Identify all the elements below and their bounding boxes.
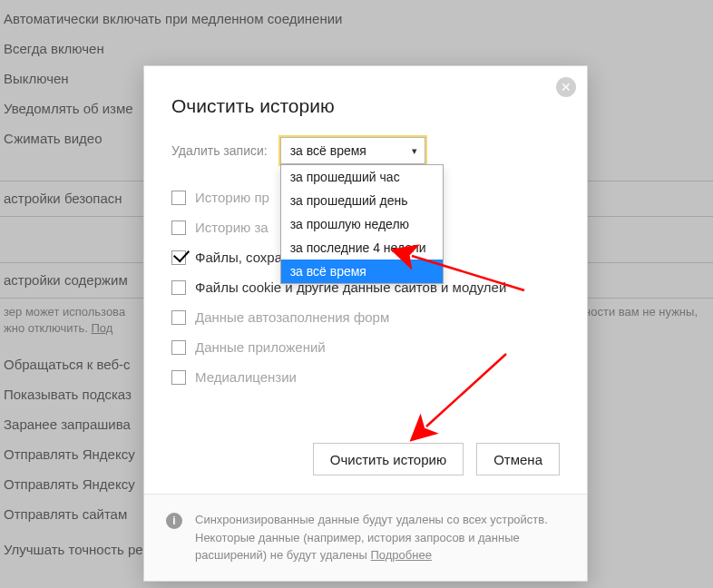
checkbox-checked[interactable]: [171, 250, 186, 265]
dropdown-option-selected[interactable]: за всё время: [281, 260, 443, 283]
footer-text: Синхронизированные данные будут удалены …: [195, 511, 565, 564]
checkbox-label: Медиалицензии: [195, 369, 297, 385]
checkbox-label: Данные автозаполнения форм: [195, 309, 389, 325]
info-icon: i: [166, 513, 182, 529]
checkbox-label: Данные приложений: [195, 339, 326, 355]
footer-line: Некоторые данные (например, история запр…: [195, 531, 520, 563]
footer-more-link[interactable]: Подробнее: [371, 548, 432, 562]
cancel-button[interactable]: Отмена: [476, 443, 560, 475]
checkbox[interactable]: [171, 280, 186, 295]
check-row: Медиалицензии: [171, 362, 560, 392]
footer-line: Синхронизированные данные будут удалены …: [195, 513, 548, 526]
dropdown-option[interactable]: за прошлую неделю: [281, 212, 443, 236]
dropdown-option[interactable]: за прошедший час: [281, 165, 443, 189]
check-row: Данные приложений: [171, 332, 560, 362]
clear-history-button[interactable]: Очистить историю: [313, 443, 464, 475]
select-value: за всё время: [290, 143, 366, 158]
clear-history-modal: ✕ Очистить историю Удалить записи: за вс…: [143, 65, 588, 582]
checkbox-label: Историю за: [195, 220, 269, 235]
checkbox[interactable]: [171, 340, 186, 355]
modal-footer: i Синхронизированные данные будут удален…: [144, 494, 587, 581]
checkbox[interactable]: [171, 220, 186, 235]
checkbox[interactable]: [171, 310, 186, 325]
checkbox-label: Историю пр: [195, 190, 269, 205]
check-row: Данные автозаполнения форм: [171, 302, 560, 332]
time-range-select[interactable]: за всё время ▾ за прошедший час за проше…: [280, 137, 425, 164]
chevron-down-icon: ▾: [412, 145, 417, 157]
modal-title: Очистить историю: [171, 95, 560, 117]
delete-records-label: Удалить записи:: [171, 143, 268, 158]
dropdown-option[interactable]: за последние 4 недели: [281, 236, 443, 260]
time-range-dropdown: за прошедший час за прошедший день за пр…: [280, 164, 444, 284]
close-icon[interactable]: ✕: [556, 77, 576, 97]
checkbox[interactable]: [171, 191, 186, 205]
checkbox[interactable]: [171, 370, 186, 385]
dropdown-option[interactable]: за прошедший день: [281, 189, 443, 212]
